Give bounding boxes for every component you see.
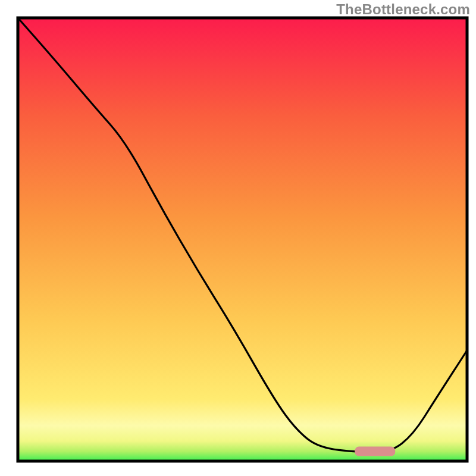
chart-container: TheBottleneck.com (0, 0, 476, 476)
watermark-text: TheBottleneck.com (336, 1, 470, 18)
plot-background (18, 18, 467, 461)
marker-bar (355, 447, 395, 456)
chart-svg (0, 0, 476, 476)
